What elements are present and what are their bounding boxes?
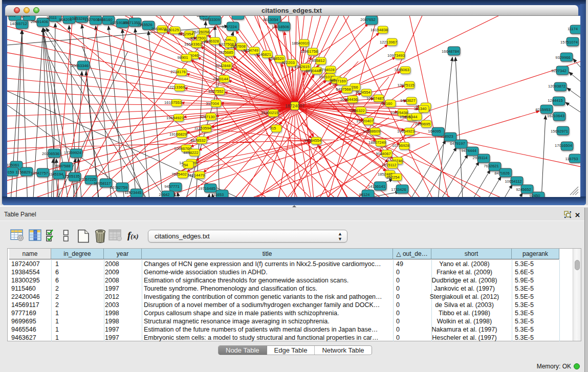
svg-text:16210643: 16210643 <box>547 114 564 118</box>
svg-text:19218506: 19218506 <box>272 25 289 29</box>
svg-text:7955812: 7955812 <box>310 58 325 63</box>
svg-text:18807249: 18807249 <box>368 140 386 145</box>
svg-text:9457771: 9457771 <box>164 184 180 189</box>
svg-text:7625402: 7625402 <box>171 172 187 177</box>
svg-text:20364436: 20364436 <box>340 97 358 102</box>
svg-text:6479197: 6479197 <box>450 141 465 146</box>
svg-text:10756928: 10756928 <box>392 143 409 148</box>
svg-text:20642: 20642 <box>159 192 169 197</box>
svg-text:19166829: 19166829 <box>169 132 187 137</box>
svg-text:1145194: 1145194 <box>49 172 63 177</box>
svg-text:62160: 62160 <box>381 101 392 106</box>
svg-text:8186328: 8186328 <box>204 39 219 43</box>
svg-text:8215953: 8215953 <box>535 107 551 112</box>
svg-text:12213967: 12213967 <box>380 40 397 45</box>
svg-text:12942757: 12942757 <box>31 171 48 176</box>
svg-text:7485063: 7485063 <box>394 68 409 72</box>
svg-text:8471626: 8471626 <box>494 171 510 176</box>
svg-text:10958117: 10958117 <box>94 181 111 186</box>
svg-text:9997588: 9997588 <box>55 164 71 168</box>
svg-text:9329966: 9329966 <box>555 55 571 60</box>
svg-text:17016504: 17016504 <box>555 143 572 148</box>
svg-text:9242848: 9242848 <box>215 63 231 68</box>
svg-text:16033309: 16033309 <box>203 17 220 22</box>
svg-text:164095: 164095 <box>428 129 441 134</box>
svg-text:12213369: 12213369 <box>167 85 185 90</box>
svg-text:16154838: 16154838 <box>371 28 388 32</box>
svg-text:8613054: 8613054 <box>263 17 278 22</box>
svg-text:3624554: 3624554 <box>355 90 371 95</box>
svg-text:19654923: 19654923 <box>397 129 415 134</box>
svg-text:116753: 116753 <box>565 157 578 161</box>
svg-text:15300215: 15300215 <box>261 111 278 115</box>
svg-text:9777169: 9777169 <box>331 79 346 83</box>
svg-text:2935114: 2935114 <box>473 156 488 160</box>
svg-text:20206536: 20206536 <box>42 151 59 156</box>
svg-text:11353594: 11353594 <box>194 126 211 130</box>
svg-text:15751074: 15751074 <box>560 40 578 45</box>
svg-text:2718176: 2718176 <box>170 70 186 74</box>
svg-text:1905: 1905 <box>7 16 15 18</box>
svg-text:14055712: 14055712 <box>10 21 27 26</box>
svg-text:12093872: 12093872 <box>548 84 565 89</box>
svg-text:2803144: 2803144 <box>213 77 228 81</box>
svg-text:7632621: 7632621 <box>484 164 499 168</box>
svg-text:17359924: 17359924 <box>64 150 81 155</box>
svg-text:9463627: 9463627 <box>400 98 416 103</box>
svg-text:1615112: 1615112 <box>382 163 397 167</box>
svg-text:16961758: 16961758 <box>300 49 318 54</box>
svg-text:4498222: 4498222 <box>183 150 199 155</box>
svg-text:10688609: 10688609 <box>363 129 380 134</box>
svg-text:0899695: 0899695 <box>415 122 430 126</box>
svg-text:6344: 6344 <box>409 115 418 119</box>
svg-text:20691406: 20691406 <box>31 19 48 24</box>
svg-text:11653: 11653 <box>213 192 224 197</box>
svg-text:55723: 55723 <box>229 16 239 17</box>
svg-text:30111: 30111 <box>47 16 57 20</box>
svg-text:915: 915 <box>270 126 276 130</box>
svg-text:8427552: 8427552 <box>208 89 224 94</box>
svg-text:16107553: 16107553 <box>164 100 182 105</box>
svg-text:1244415: 1244415 <box>548 98 563 103</box>
svg-text:335061: 335061 <box>7 163 19 167</box>
svg-text:14136141: 14136141 <box>368 184 385 189</box>
svg-text:18640910: 18640910 <box>292 41 309 46</box>
svg-text:12975115: 12975115 <box>397 83 414 87</box>
svg-text:311340: 311340 <box>414 106 427 111</box>
svg-text:19384554: 19384554 <box>304 138 321 143</box>
svg-text:15226058: 15226058 <box>192 30 209 34</box>
svg-text:10807487: 10807487 <box>366 96 384 101</box>
svg-text:9357224: 9357224 <box>222 25 237 29</box>
svg-text:9245652: 9245652 <box>516 187 531 192</box>
svg-text:8990448: 8990448 <box>306 69 321 73</box>
svg-text:10654112: 10654112 <box>505 179 521 184</box>
svg-text:7986322: 7986322 <box>350 108 365 113</box>
svg-text:1733426: 1733426 <box>391 187 406 192</box>
svg-text:3267130: 3267130 <box>200 115 215 119</box>
svg-text:16648784: 16648784 <box>442 49 459 54</box>
svg-text:9084067: 9084067 <box>376 151 391 156</box>
svg-text:11923445: 11923445 <box>124 190 141 195</box>
svg-text:8878532: 8878532 <box>190 138 206 143</box>
svg-text:3875685: 3875685 <box>218 50 233 55</box>
svg-text:19654923: 19654923 <box>166 116 184 120</box>
svg-text:1156829: 1156829 <box>16 170 31 174</box>
svg-text:252254: 252254 <box>386 175 399 180</box>
svg-text:19716485: 19716485 <box>198 186 215 191</box>
svg-text:9227342: 9227342 <box>551 69 567 73</box>
svg-text:11174: 11174 <box>568 27 578 31</box>
svg-text:12505135: 12505135 <box>62 174 80 179</box>
svg-text:2087652: 2087652 <box>360 17 376 22</box>
svg-text:88124: 88124 <box>359 192 369 197</box>
svg-text:16782759: 16782759 <box>110 185 127 190</box>
svg-text:15692971: 15692971 <box>551 129 568 134</box>
svg-text:15720407: 15720407 <box>356 119 374 123</box>
svg-text:317004: 317004 <box>206 101 219 106</box>
svg-text:16914479: 16914479 <box>187 173 205 178</box>
svg-text:6794028: 6794028 <box>319 68 335 72</box>
svg-text:9474444: 9474444 <box>461 148 476 153</box>
svg-text:92450: 92450 <box>529 193 540 197</box>
svg-text:822203: 822203 <box>281 60 294 65</box>
svg-text:16543362: 16543362 <box>184 42 202 47</box>
svg-text:98901: 98901 <box>177 55 188 60</box>
